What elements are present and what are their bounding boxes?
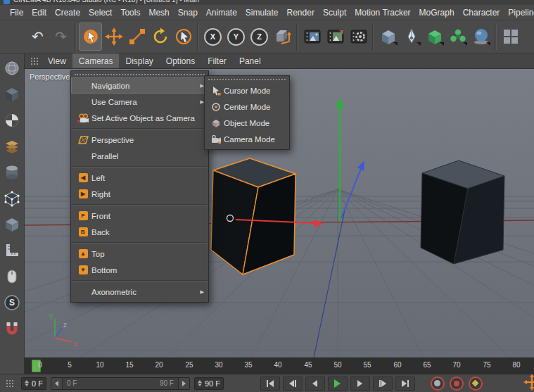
menu-file[interactable]: File bbox=[6, 8, 27, 18]
spinner-icon[interactable] bbox=[25, 380, 29, 386]
menu-item-top[interactable]: ▲ Top bbox=[71, 246, 208, 262]
end-frame-field[interactable]: 90 F bbox=[194, 377, 224, 390]
menu-item-object-mode[interactable]: Object Mode bbox=[205, 115, 289, 131]
add-mograph-object-button[interactable] bbox=[446, 23, 469, 51]
menu-tools[interactable]: Tools bbox=[116, 8, 144, 18]
redo-button[interactable]: ↷ bbox=[49, 23, 72, 51]
rotate-button[interactable] bbox=[148, 23, 172, 51]
previous-key-button[interactable] bbox=[283, 377, 303, 391]
viewport-menu-panel[interactable]: Panel bbox=[233, 53, 267, 68]
undo-button[interactable]: ↶ bbox=[26, 23, 49, 51]
viewport-menu-view[interactable]: View bbox=[42, 53, 72, 68]
layout-tiles-button[interactable] bbox=[499, 23, 522, 51]
make-editable-button[interactable] bbox=[1, 57, 23, 79]
render-settings-button[interactable] bbox=[347, 23, 370, 51]
menu-character[interactable]: Character bbox=[459, 8, 504, 18]
play-button[interactable] bbox=[328, 377, 348, 391]
menu-edit[interactable]: Edit bbox=[27, 8, 51, 18]
add-cube-object-button[interactable] bbox=[376, 23, 400, 51]
enable-snap-button[interactable] bbox=[1, 317, 23, 339]
spinner-icon[interactable] bbox=[198, 380, 202, 386]
viewport-menubar: View Cameras Display Options Filter Pane… bbox=[25, 53, 534, 69]
coordinate-system-button[interactable] bbox=[271, 23, 294, 51]
layout-grip-icon[interactable] bbox=[6, 379, 14, 388]
axis-mode-button[interactable] bbox=[1, 161, 23, 183]
lock-z-axis-button[interactable]: Z bbox=[248, 23, 271, 51]
add-generator-button[interactable] bbox=[423, 23, 446, 51]
top-view-icon: ▲ bbox=[79, 249, 88, 258]
measure-ruler-button[interactable] bbox=[1, 239, 23, 261]
menu-pipeline[interactable]: Pipeline bbox=[504, 8, 534, 18]
points-mode-button[interactable] bbox=[1, 187, 23, 209]
go-to-end-button[interactable] bbox=[395, 377, 415, 391]
menu-motion-tracker[interactable]: Motion Tracker bbox=[350, 8, 414, 18]
menu-item-center-mode[interactable]: Center Mode bbox=[205, 99, 289, 115]
menu-select[interactable]: Select bbox=[84, 8, 116, 18]
menu-tearoff-handle[interactable] bbox=[205, 76, 289, 82]
solid-cube-icon bbox=[4, 216, 20, 233]
viewport-perspective[interactable]: View Cameras Display Options Filter Pane… bbox=[25, 53, 534, 358]
add-environment-object-button[interactable] bbox=[469, 23, 492, 51]
record-position-button[interactable] bbox=[523, 374, 534, 392]
record-options-button[interactable] bbox=[469, 377, 483, 391]
scale-button[interactable] bbox=[125, 23, 148, 51]
menu-item-bottom[interactable]: ▼ Bottom bbox=[71, 262, 208, 278]
lock-x-axis-button[interactable]: X bbox=[201, 23, 224, 51]
range-track[interactable]: 0 F 90 F bbox=[62, 378, 179, 389]
workplane-mode-button[interactable] bbox=[1, 135, 23, 157]
viewport-menu-options[interactable]: Options bbox=[160, 53, 201, 68]
menu-item-perspective[interactable]: Perspective bbox=[71, 132, 208, 148]
menu-item-front[interactable]: F Front bbox=[71, 208, 208, 224]
menu-animate[interactable]: Animate bbox=[202, 8, 241, 18]
cube-object[interactable] bbox=[421, 160, 504, 264]
menu-tearoff-handle[interactable] bbox=[71, 71, 208, 77]
menu-item-back[interactable]: B Back bbox=[71, 224, 208, 240]
render-to-picture-viewer-button[interactable] bbox=[324, 23, 347, 51]
menu-simulate[interactable]: Simulate bbox=[241, 8, 283, 18]
cube-object-selected[interactable] bbox=[211, 158, 295, 274]
panel-grip-icon[interactable] bbox=[30, 57, 39, 65]
next-frame-button[interactable] bbox=[350, 377, 370, 391]
polygons-mode-button[interactable] bbox=[1, 213, 23, 235]
menu-render[interactable]: Render bbox=[283, 8, 319, 18]
menu-item-navigation[interactable]: Navigation ▶ bbox=[71, 77, 208, 94]
texture-mode-button[interactable] bbox=[1, 109, 23, 131]
current-frame-field[interactable]: 0 F bbox=[21, 377, 46, 390]
menu-item-camera-mode[interactable]: Camera Mode bbox=[205, 131, 289, 147]
menu-item-use-camera[interactable]: Use Camera ▶ bbox=[71, 94, 208, 110]
range-right-button[interactable] bbox=[179, 378, 189, 389]
move-button[interactable] bbox=[102, 23, 125, 51]
viewport-menu-filter[interactable]: Filter bbox=[201, 53, 233, 68]
menu-item-right[interactable]: ▶ Right bbox=[71, 186, 208, 202]
record-active-objects-button[interactable] bbox=[431, 377, 445, 391]
menu-item-set-active-object-as-camera[interactable]: Set Active Object as Camera bbox=[71, 110, 208, 126]
live-selection-button[interactable] bbox=[79, 23, 102, 51]
viewport-menu-cameras[interactable]: Cameras bbox=[72, 53, 120, 68]
menu-item-axonometric[interactable]: Axonometric ▶ bbox=[71, 284, 208, 300]
range-left-button[interactable] bbox=[51, 378, 62, 389]
render-view-button[interactable] bbox=[300, 23, 324, 51]
preview-range-slider[interactable]: 0 F 90 F bbox=[51, 377, 190, 390]
timeline-ruler[interactable]: 0 5 10 15 20 25 30 35 40 45 50 55 60 65 … bbox=[25, 358, 534, 374]
play-icon bbox=[334, 379, 341, 388]
lock-y-axis-button[interactable]: Y bbox=[224, 23, 248, 51]
snap-settings-button[interactable]: S bbox=[1, 291, 23, 313]
last-used-tool-button[interactable] bbox=[172, 23, 195, 51]
draw-spline-button[interactable] bbox=[400, 23, 423, 51]
end-frame-value: 90 F bbox=[205, 379, 220, 388]
menu-item-parallel[interactable]: Parallel bbox=[71, 148, 208, 164]
menu-sculpt[interactable]: Sculpt bbox=[319, 8, 350, 18]
menu-create[interactable]: Create bbox=[51, 8, 84, 18]
go-to-start-button[interactable] bbox=[260, 377, 280, 391]
menu-mesh[interactable]: Mesh bbox=[144, 8, 173, 18]
menu-item-left[interactable]: ◀ Left bbox=[71, 170, 208, 186]
viewport-navigation-button[interactable] bbox=[1, 265, 23, 287]
next-key-button[interactable] bbox=[373, 377, 393, 391]
autokeying-button[interactable] bbox=[450, 377, 464, 391]
menu-mograph[interactable]: MoGraph bbox=[415, 8, 459, 18]
model-mode-button[interactable] bbox=[1, 83, 23, 105]
previous-frame-button[interactable] bbox=[305, 377, 325, 391]
menu-snap[interactable]: Snap bbox=[174, 8, 202, 18]
viewport-menu-display[interactable]: Display bbox=[119, 53, 159, 68]
menu-item-cursor-mode[interactable]: Cursor Mode bbox=[205, 82, 289, 99]
